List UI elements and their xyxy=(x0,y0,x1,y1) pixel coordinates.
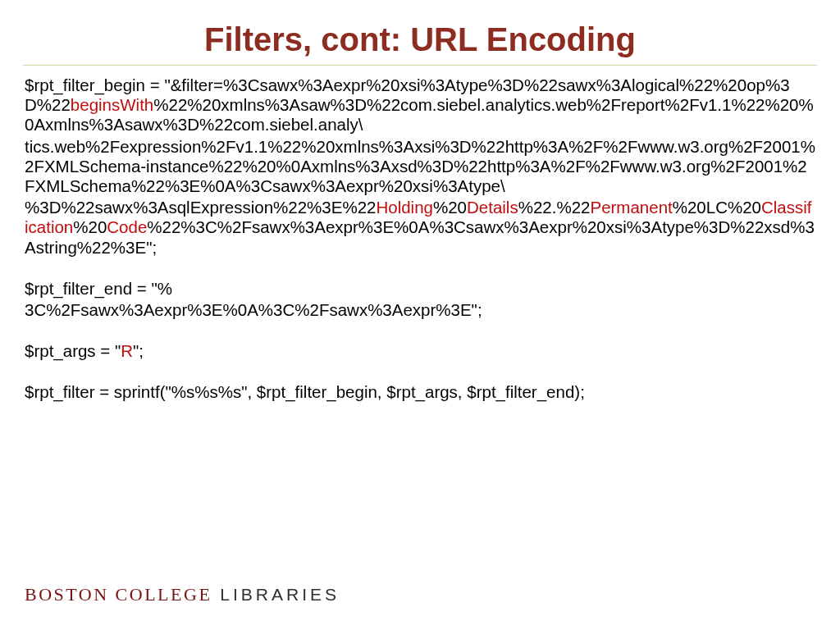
title-divider xyxy=(23,65,817,66)
code-text: "; xyxy=(133,341,144,360)
code-body: $rpt_filter_begin = "&filter=%3Csawx%3Ae… xyxy=(0,75,840,402)
hl-permanent: Permanent xyxy=(590,198,672,217)
code-text: $rpt_args = " xyxy=(25,341,121,360)
code-line: %3D%22sawx%3AsqlExpression%22%3E%22Holdi… xyxy=(25,198,815,258)
footer-lib-text: LIBRARIES xyxy=(220,585,340,605)
code-line: tics.web%2Fexpression%2Fv1.1%22%20xmlns%… xyxy=(25,137,815,197)
code-text: 3C%2Fsawx%3Aexpr%3E%0A%3C%2Fsawx%3Aexpr%… xyxy=(25,300,482,319)
code-text: "; xyxy=(146,238,157,257)
hl-r: R xyxy=(121,341,133,360)
code-line: 3C%2Fsawx%3Aexpr%3E%0A%3C%2Fsawx%3Aexpr%… xyxy=(25,300,815,320)
code-text: $rpt_filter_end = "% xyxy=(25,279,172,298)
footer-logo: BOSTON COLLEGE LIBRARIES xyxy=(25,584,340,605)
slide-title: Filters, cont: URL Encoding xyxy=(0,0,840,65)
code-text: %20LC%20 xyxy=(673,198,761,217)
code-line: $rpt_filter_begin = "&filter=%3Csawx%3Ae… xyxy=(25,75,815,135)
hl-details: Details xyxy=(467,198,518,217)
hl-code: Code xyxy=(107,217,147,236)
code-text: %20 xyxy=(433,198,467,217)
code-line: $rpt_filter_end = "% xyxy=(25,279,815,299)
code-text: %3D%22sawx%3AsqlExpression%22%3E%22 xyxy=(25,198,376,217)
code-line: $rpt_args = "R"; xyxy=(25,341,815,361)
code-text: %20 xyxy=(73,217,107,236)
code-text: $rpt_filter = sprintf("%s%s%s", $rpt_fil… xyxy=(25,382,585,401)
hl-holding: Holding xyxy=(376,198,433,217)
code-text: tics.web%2Fexpression%2Fv1.1%22%20xmlns%… xyxy=(25,137,815,195)
code-line: $rpt_filter = sprintf("%s%s%s", $rpt_fil… xyxy=(25,382,815,402)
hl-beginswith: beginsWith xyxy=(71,95,153,114)
footer-bc-text: BOSTON COLLEGE xyxy=(25,584,212,605)
code-text: %22.%22 xyxy=(518,198,591,217)
